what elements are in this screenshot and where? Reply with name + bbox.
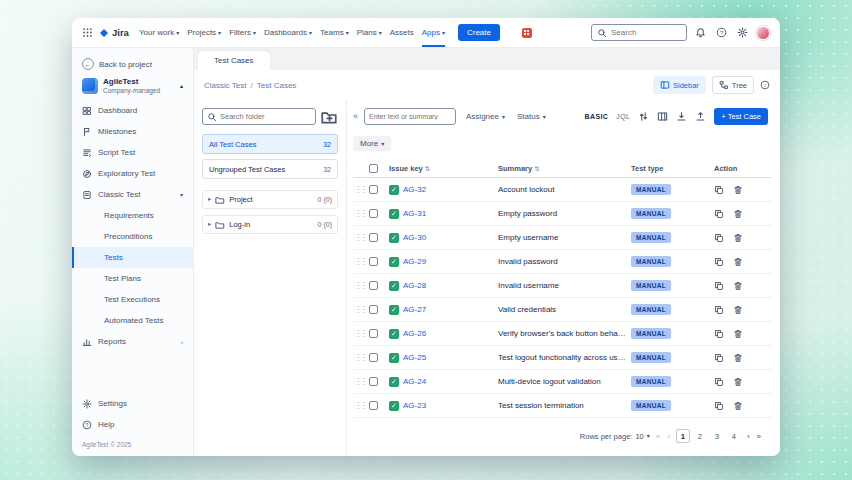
row-checkbox[interactable] (369, 233, 378, 242)
drag-handle[interactable]: ⋮⋮ (353, 377, 366, 386)
issue-key-link[interactable]: AG-23 (403, 401, 426, 410)
folder-log-in[interactable]: ▸Log-in0 (0) (202, 215, 338, 234)
trash-icon[interactable] (733, 329, 743, 339)
nav-item-assets[interactable]: Assets (386, 18, 418, 47)
next-page-button[interactable]: › (746, 432, 751, 441)
trash-icon[interactable] (733, 257, 743, 267)
row-checkbox[interactable] (369, 353, 378, 362)
avatar[interactable] (756, 26, 770, 40)
sidebar-item-tests[interactable]: Tests (72, 247, 193, 268)
last-page-button[interactable]: » (756, 432, 762, 441)
sidebar-item-test-plans[interactable]: Test Plans (72, 268, 193, 289)
trash-icon[interactable] (733, 353, 743, 363)
folder-all-test-cases[interactable]: All Test Cases32 (202, 134, 338, 154)
col-issue-key[interactable]: Issue key ⇅ (389, 164, 495, 173)
first-page-button[interactable]: « (655, 432, 661, 441)
copy-icon[interactable] (714, 257, 724, 267)
mode-jql-button[interactable]: JQL (616, 113, 630, 120)
trash-icon[interactable] (733, 185, 743, 195)
breadcrumb-classic-test[interactable]: Classic Test (204, 81, 247, 90)
row-checkbox[interactable] (369, 377, 378, 386)
back-to-project-button[interactable]: ← Back to project (72, 54, 193, 74)
row-summary[interactable]: Test session termination (498, 401, 628, 410)
copy-icon[interactable] (714, 233, 724, 243)
copy-icon[interactable] (714, 401, 724, 411)
drag-handle[interactable]: ⋮⋮ (353, 209, 366, 218)
drag-handle[interactable]: ⋮⋮ (353, 305, 366, 314)
sidebar-item-exploratory-test[interactable]: Exploratory Test (72, 163, 193, 184)
drag-handle[interactable]: ⋮⋮ (353, 257, 366, 266)
nav-item-teams[interactable]: Teams▾ (316, 18, 353, 47)
row-checkbox[interactable] (369, 401, 378, 410)
sidebar-item-test-executions[interactable]: Test Executions (72, 289, 193, 310)
row-summary[interactable]: Test logout functionality across user ..… (498, 353, 628, 362)
drag-handle[interactable]: ⋮⋮ (353, 401, 366, 410)
upload-icon[interactable] (695, 111, 706, 122)
drag-handle[interactable]: ⋮⋮ (353, 353, 366, 362)
copy-icon[interactable] (714, 377, 724, 387)
folder-ungrouped-test-cases[interactable]: Ungrouped Test Cases32 (202, 159, 338, 179)
drag-handle[interactable]: ⋮⋮ (353, 281, 366, 290)
copy-icon[interactable] (714, 185, 724, 195)
create-button[interactable]: Create (458, 24, 500, 41)
red-app-icon[interactable] (522, 28, 532, 38)
issue-key-link[interactable]: AG-25 (403, 353, 426, 362)
navbar-search-input[interactable] (611, 28, 683, 37)
row-summary[interactable]: Verify browser's back button behavi... (498, 329, 628, 338)
sidebar-item-milestones[interactable]: Milestones (72, 121, 193, 142)
nav-item-apps[interactable]: Apps▾ (418, 18, 449, 47)
tab-test-cases[interactable]: Test Cases (198, 51, 270, 70)
drag-handle[interactable]: ⋮⋮ (353, 329, 366, 338)
row-summary[interactable]: Valid credentials (498, 305, 628, 314)
nav-item-filters[interactable]: Filters▾ (225, 18, 260, 47)
copy-icon[interactable] (714, 353, 724, 363)
add-folder-button[interactable] (320, 108, 338, 125)
chevron-up-icon[interactable]: ▴ (180, 83, 183, 89)
sidebar-item-dashboard[interactable]: Dashboard (72, 100, 193, 121)
nav-item-your-work[interactable]: Your work▾ (135, 18, 183, 47)
drag-handle[interactable]: ⋮⋮ (353, 233, 366, 242)
col-summary[interactable]: Summary ⇅ (498, 164, 628, 173)
filter-status[interactable]: Status▾ (513, 109, 550, 124)
nav-item-dashboards[interactable]: Dashboards▾ (260, 18, 316, 47)
summary-search-input[interactable] (369, 113, 451, 120)
folder-project[interactable]: ▸Project0 (0) (202, 190, 338, 209)
row-checkbox[interactable] (369, 257, 378, 266)
issue-key-link[interactable]: AG-30 (403, 233, 426, 242)
trash-icon[interactable] (733, 401, 743, 411)
folder-search-input[interactable] (220, 112, 311, 121)
issue-key-link[interactable]: AG-31 (403, 209, 426, 218)
row-checkbox[interactable] (369, 329, 378, 338)
row-summary[interactable]: Empty password (498, 209, 628, 218)
tree-toggle-button[interactable]: Tree (712, 76, 754, 94)
row-checkbox[interactable] (369, 305, 378, 314)
row-summary[interactable]: Empty username (498, 233, 628, 242)
project-header[interactable]: AgileTest Company-managed ▴ (72, 74, 193, 100)
page-3-button[interactable]: 3 (710, 429, 724, 443)
trash-icon[interactable] (733, 233, 743, 243)
sidebar-item-help[interactable]: ?Help (72, 414, 193, 435)
mode-basic-button[interactable]: BASIC (584, 113, 608, 120)
sidebar-item-requirements[interactable]: Requirements (72, 205, 193, 226)
sidebar-item-classic-test[interactable]: Classic Test▾ (72, 184, 193, 205)
copy-icon[interactable] (714, 281, 724, 291)
row-summary[interactable]: Invalid password (498, 257, 628, 266)
more-filters-button[interactable]: More ▾ (353, 136, 391, 151)
rows-per-page-select[interactable]: Rows per page: 10 ▾ (580, 432, 650, 441)
download-icon[interactable] (676, 111, 687, 122)
issue-key-link[interactable]: AG-32 (403, 185, 426, 194)
issue-key-link[interactable]: AG-29 (403, 257, 426, 266)
app-switcher-icon[interactable] (82, 27, 93, 38)
issue-key-link[interactable]: AG-26 (403, 329, 426, 338)
add-test-case-button[interactable]: + Test Case (714, 108, 768, 125)
issue-key-link[interactable]: AG-28 (403, 281, 426, 290)
copy-icon[interactable] (714, 209, 724, 219)
issue-key-link[interactable]: AG-27 (403, 305, 426, 314)
issue-key-link[interactable]: AG-24 (403, 377, 426, 386)
page-1-button[interactable]: 1 (676, 429, 690, 443)
sidebar-item-script-test[interactable]: Script Test (72, 142, 193, 163)
row-summary[interactable]: Invalid username (498, 281, 628, 290)
trash-icon[interactable] (733, 377, 743, 387)
drag-handle[interactable]: ⋮⋮ (353, 185, 366, 194)
row-checkbox[interactable] (369, 281, 378, 290)
